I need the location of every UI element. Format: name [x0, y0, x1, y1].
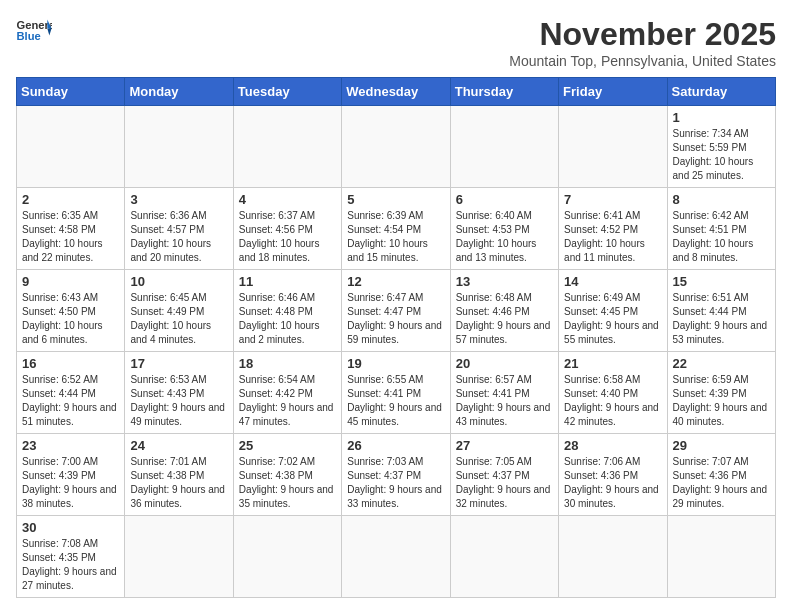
day-cell: 24Sunrise: 7:01 AM Sunset: 4:38 PM Dayli…	[125, 434, 233, 516]
day-number: 3	[130, 192, 227, 207]
day-info: Sunrise: 7:01 AM Sunset: 4:38 PM Dayligh…	[130, 455, 227, 511]
day-cell	[342, 516, 450, 598]
day-cell: 20Sunrise: 6:57 AM Sunset: 4:41 PM Dayli…	[450, 352, 558, 434]
day-info: Sunrise: 6:54 AM Sunset: 4:42 PM Dayligh…	[239, 373, 336, 429]
svg-marker-3	[47, 29, 51, 36]
day-cell: 27Sunrise: 7:05 AM Sunset: 4:37 PM Dayli…	[450, 434, 558, 516]
day-cell: 23Sunrise: 7:00 AM Sunset: 4:39 PM Dayli…	[17, 434, 125, 516]
day-cell	[559, 516, 667, 598]
day-cell: 22Sunrise: 6:59 AM Sunset: 4:39 PM Dayli…	[667, 352, 775, 434]
header-sunday: Sunday	[17, 78, 125, 106]
day-info: Sunrise: 6:40 AM Sunset: 4:53 PM Dayligh…	[456, 209, 553, 265]
title-area: November 2025 Mountain Top, Pennsylvania…	[509, 16, 776, 69]
header-saturday: Saturday	[667, 78, 775, 106]
day-number: 21	[564, 356, 661, 371]
day-cell: 6Sunrise: 6:40 AM Sunset: 4:53 PM Daylig…	[450, 188, 558, 270]
day-info: Sunrise: 7:07 AM Sunset: 4:36 PM Dayligh…	[673, 455, 770, 511]
day-cell	[17, 106, 125, 188]
calendar-title: November 2025	[509, 16, 776, 53]
day-info: Sunrise: 6:47 AM Sunset: 4:47 PM Dayligh…	[347, 291, 444, 347]
day-number: 29	[673, 438, 770, 453]
day-info: Sunrise: 6:45 AM Sunset: 4:49 PM Dayligh…	[130, 291, 227, 347]
calendar-header-row: Sunday Monday Tuesday Wednesday Thursday…	[17, 78, 776, 106]
day-info: Sunrise: 7:34 AM Sunset: 5:59 PM Dayligh…	[673, 127, 770, 183]
day-number: 17	[130, 356, 227, 371]
day-number: 20	[456, 356, 553, 371]
header-monday: Monday	[125, 78, 233, 106]
day-number: 5	[347, 192, 444, 207]
day-number: 28	[564, 438, 661, 453]
day-number: 9	[22, 274, 119, 289]
day-number: 30	[22, 520, 119, 535]
day-cell: 16Sunrise: 6:52 AM Sunset: 4:44 PM Dayli…	[17, 352, 125, 434]
day-cell	[559, 106, 667, 188]
day-cell: 14Sunrise: 6:49 AM Sunset: 4:45 PM Dayli…	[559, 270, 667, 352]
day-number: 27	[456, 438, 553, 453]
day-cell: 8Sunrise: 6:42 AM Sunset: 4:51 PM Daylig…	[667, 188, 775, 270]
header: General Blue November 2025 Mountain Top,…	[16, 16, 776, 69]
day-info: Sunrise: 7:02 AM Sunset: 4:38 PM Dayligh…	[239, 455, 336, 511]
day-info: Sunrise: 6:37 AM Sunset: 4:56 PM Dayligh…	[239, 209, 336, 265]
header-thursday: Thursday	[450, 78, 558, 106]
day-number: 12	[347, 274, 444, 289]
header-friday: Friday	[559, 78, 667, 106]
day-info: Sunrise: 6:41 AM Sunset: 4:52 PM Dayligh…	[564, 209, 661, 265]
day-number: 26	[347, 438, 444, 453]
day-info: Sunrise: 7:00 AM Sunset: 4:39 PM Dayligh…	[22, 455, 119, 511]
day-info: Sunrise: 6:58 AM Sunset: 4:40 PM Dayligh…	[564, 373, 661, 429]
day-number: 10	[130, 274, 227, 289]
day-cell: 2Sunrise: 6:35 AM Sunset: 4:58 PM Daylig…	[17, 188, 125, 270]
day-cell: 28Sunrise: 7:06 AM Sunset: 4:36 PM Dayli…	[559, 434, 667, 516]
day-cell	[342, 106, 450, 188]
day-cell	[125, 106, 233, 188]
day-info: Sunrise: 6:49 AM Sunset: 4:45 PM Dayligh…	[564, 291, 661, 347]
day-cell: 21Sunrise: 6:58 AM Sunset: 4:40 PM Dayli…	[559, 352, 667, 434]
calendar-table: Sunday Monday Tuesday Wednesday Thursday…	[16, 77, 776, 598]
day-cell	[450, 106, 558, 188]
day-cell: 25Sunrise: 7:02 AM Sunset: 4:38 PM Dayli…	[233, 434, 341, 516]
week-row-0: 1Sunrise: 7:34 AM Sunset: 5:59 PM Daylig…	[17, 106, 776, 188]
week-row-5: 30Sunrise: 7:08 AM Sunset: 4:35 PM Dayli…	[17, 516, 776, 598]
day-cell: 15Sunrise: 6:51 AM Sunset: 4:44 PM Dayli…	[667, 270, 775, 352]
day-cell	[450, 516, 558, 598]
calendar-subtitle: Mountain Top, Pennsylvania, United State…	[509, 53, 776, 69]
day-number: 13	[456, 274, 553, 289]
day-number: 14	[564, 274, 661, 289]
day-cell: 18Sunrise: 6:54 AM Sunset: 4:42 PM Dayli…	[233, 352, 341, 434]
day-cell: 3Sunrise: 6:36 AM Sunset: 4:57 PM Daylig…	[125, 188, 233, 270]
day-cell	[233, 516, 341, 598]
day-info: Sunrise: 6:53 AM Sunset: 4:43 PM Dayligh…	[130, 373, 227, 429]
day-info: Sunrise: 6:39 AM Sunset: 4:54 PM Dayligh…	[347, 209, 444, 265]
week-row-2: 9Sunrise: 6:43 AM Sunset: 4:50 PM Daylig…	[17, 270, 776, 352]
day-number: 18	[239, 356, 336, 371]
day-cell: 13Sunrise: 6:48 AM Sunset: 4:46 PM Dayli…	[450, 270, 558, 352]
header-wednesday: Wednesday	[342, 78, 450, 106]
day-cell	[125, 516, 233, 598]
svg-text:General: General	[17, 19, 53, 31]
day-number: 2	[22, 192, 119, 207]
day-number: 7	[564, 192, 661, 207]
svg-text:Blue: Blue	[17, 30, 41, 42]
day-number: 16	[22, 356, 119, 371]
day-info: Sunrise: 6:48 AM Sunset: 4:46 PM Dayligh…	[456, 291, 553, 347]
week-row-3: 16Sunrise: 6:52 AM Sunset: 4:44 PM Dayli…	[17, 352, 776, 434]
week-row-1: 2Sunrise: 6:35 AM Sunset: 4:58 PM Daylig…	[17, 188, 776, 270]
day-cell: 11Sunrise: 6:46 AM Sunset: 4:48 PM Dayli…	[233, 270, 341, 352]
day-number: 24	[130, 438, 227, 453]
day-number: 4	[239, 192, 336, 207]
day-info: Sunrise: 7:06 AM Sunset: 4:36 PM Dayligh…	[564, 455, 661, 511]
day-info: Sunrise: 7:08 AM Sunset: 4:35 PM Dayligh…	[22, 537, 119, 593]
logo: General Blue	[16, 16, 52, 44]
day-cell: 17Sunrise: 6:53 AM Sunset: 4:43 PM Dayli…	[125, 352, 233, 434]
day-info: Sunrise: 6:57 AM Sunset: 4:41 PM Dayligh…	[456, 373, 553, 429]
day-info: Sunrise: 6:52 AM Sunset: 4:44 PM Dayligh…	[22, 373, 119, 429]
day-cell: 5Sunrise: 6:39 AM Sunset: 4:54 PM Daylig…	[342, 188, 450, 270]
day-cell	[667, 516, 775, 598]
day-number: 22	[673, 356, 770, 371]
header-tuesday: Tuesday	[233, 78, 341, 106]
day-number: 15	[673, 274, 770, 289]
day-info: Sunrise: 6:42 AM Sunset: 4:51 PM Dayligh…	[673, 209, 770, 265]
day-info: Sunrise: 6:43 AM Sunset: 4:50 PM Dayligh…	[22, 291, 119, 347]
day-info: Sunrise: 6:59 AM Sunset: 4:39 PM Dayligh…	[673, 373, 770, 429]
day-cell: 19Sunrise: 6:55 AM Sunset: 4:41 PM Dayli…	[342, 352, 450, 434]
